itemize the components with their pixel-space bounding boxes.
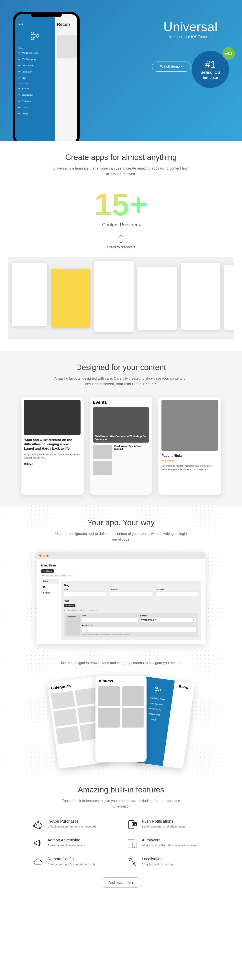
- sidebar-logo: [15, 27, 54, 46]
- feature-admob: Admob AdvertisingShow banner & interstia…: [33, 838, 115, 849]
- close-dot-icon: [39, 555, 42, 557]
- version-badge: v4.3: [222, 47, 235, 60]
- devices-icon: [127, 838, 138, 849]
- cloud-icon: [33, 857, 43, 868]
- minimize-dot-icon: [43, 555, 45, 557]
- config-tab[interactable]: Map: [41, 585, 59, 589]
- config-tab[interactable]: News: [41, 579, 59, 584]
- svg-point-5: [159, 689, 161, 691]
- section-desc: Tons of built-in features to give you a …: [52, 798, 190, 810]
- sidebar-item: WooCommerce: [15, 56, 54, 62]
- providers-label: Content Providers: [8, 222, 234, 228]
- notification-icon: [127, 819, 138, 830]
- add-item-button[interactable]: + Add Item: [41, 570, 54, 573]
- sidebar-item: SoundCloud: [15, 92, 54, 98]
- piggy-bank-icon: [33, 819, 43, 830]
- feature-localisation: LocalisationEasy translate your app: [127, 857, 209, 868]
- submenu-input[interactable]: [155, 592, 198, 596]
- hero-title: Universal: [152, 20, 229, 34]
- svg-rect-12: [132, 822, 136, 826]
- section-desc: Amazing layouts, designed with care. Car…: [52, 376, 190, 387]
- sidebar-item: Wordpress Blogs: [15, 50, 54, 56]
- section-title: Create apps for almost anything: [8, 153, 234, 162]
- device-card-article: 'Stan and Ollie' director on the difficu…: [21, 397, 84, 495]
- add-tab-button[interactable]: + Add tab: [64, 604, 75, 607]
- svg-rect-9: [36, 828, 37, 829]
- svg-point-4: [155, 690, 157, 692]
- and-much-more-button[interactable]: And much more: [99, 878, 142, 888]
- nav-desc: Use the navigation drawer, tabs and cate…: [52, 660, 190, 666]
- svg-point-7: [36, 824, 37, 826]
- svg-point-1: [31, 37, 34, 40]
- configurator-section: Your app. Your way Use our configurator …: [0, 506, 242, 773]
- config-window: Menu items + Add Item This list contains…: [37, 552, 205, 644]
- drawable-input[interactable]: [110, 592, 152, 596]
- rank-number: #1: [205, 59, 215, 70]
- scroll-hint: Scroll to discover!: [8, 235, 234, 249]
- translate-icon: [127, 857, 138, 868]
- rank-line1: Selling IOS: [200, 70, 220, 75]
- hero-subtitle: Multi-purpose IOS Template: [152, 35, 229, 39]
- providers-count: 15+: [8, 189, 234, 220]
- status-time: 9:41: [15, 22, 54, 27]
- feature-iap: In-App PurchasesUnlock extra content and…: [33, 819, 115, 830]
- device-card-events: Events Field Notes: WooCommerce Workshop…: [90, 397, 152, 495]
- peek-title: Recen: [57, 22, 77, 27]
- peek-card: [57, 35, 77, 59]
- section-title: Designed for your content: [8, 363, 234, 372]
- tab-title-input[interactable]: [82, 617, 138, 622]
- features-section: Amazing built-in features Tons of built-…: [0, 773, 242, 899]
- phone-mockup: 9:41 News Wordpress Blogs WooCommerce Li…: [13, 12, 80, 141]
- watch-demo-button[interactable]: Watch demo »: [152, 62, 191, 72]
- hero-section: 9:41 News Wordpress Blogs WooCommerce Li…: [0, 0, 242, 141]
- sidebar-item: Radio 3FM: [15, 68, 54, 75]
- rank-line2: template: [203, 75, 218, 80]
- nav-screenshots: Categories Albums • Wordpress Blogs • Wo…: [8, 676, 234, 762]
- megaphone-icon: [33, 838, 43, 849]
- sidebar-item: Tumblr: [15, 104, 54, 111]
- sidebar-item: Live TV ABC: [15, 62, 54, 68]
- device-card-product: Patient Ninja ★★★★★ Pellentesque habitan…: [158, 397, 221, 495]
- sidebar-section-social: Social Media: [15, 81, 54, 86]
- phone-sidebar: 9:41 News Wordpress Blogs WooCommerce Li…: [15, 14, 54, 141]
- svg-point-6: [34, 823, 42, 828]
- phone-content-peek: Recen: [54, 14, 77, 141]
- sidebar-item: Youtube: [15, 86, 54, 92]
- title-input[interactable]: [64, 592, 107, 596]
- mouse-icon: [119, 235, 123, 243]
- feature-autolayout: AutolayoutWorks on any iPad, iPhone & sp…: [127, 838, 209, 849]
- config-titlebar: [37, 552, 205, 559]
- sidebar-item: Twitter: [15, 111, 54, 117]
- screenshots-band: [8, 257, 234, 339]
- section-desc: Universal is a template that anyone can …: [52, 165, 190, 177]
- maximize-dot-icon: [46, 555, 48, 557]
- svg-point-0: [31, 32, 34, 35]
- svg-rect-10: [40, 828, 40, 829]
- feature-remote: Remote ConfigChange your app's content o…: [33, 857, 115, 868]
- section-title: Your app. Your way: [8, 518, 234, 527]
- sidebar-item: RSS: [15, 75, 54, 81]
- svg-point-2: [36, 35, 39, 37]
- section-desc: Use our configurator tool to define the …: [52, 531, 190, 542]
- provider-select[interactable]: Wordpress ▾: [140, 617, 196, 622]
- sidebar-section-news: News: [15, 46, 54, 50]
- nav-shot-albums: Albums: [95, 676, 147, 762]
- sidebar-item: Facebook: [15, 98, 54, 104]
- designed-section: Designed for your content Amazing layout…: [0, 351, 242, 507]
- create-apps-section: Create apps for almost anything Universa…: [0, 141, 242, 351]
- feature-push: Push NotificationsSend messages and urls…: [127, 819, 209, 830]
- section-title: Amazing built-in features: [8, 785, 234, 794]
- svg-point-16: [135, 847, 135, 848]
- config-tab[interactable]: Podcast: [41, 590, 59, 595]
- menu-items-heading: Menu items: [41, 564, 201, 567]
- args-input[interactable]: [82, 627, 196, 632]
